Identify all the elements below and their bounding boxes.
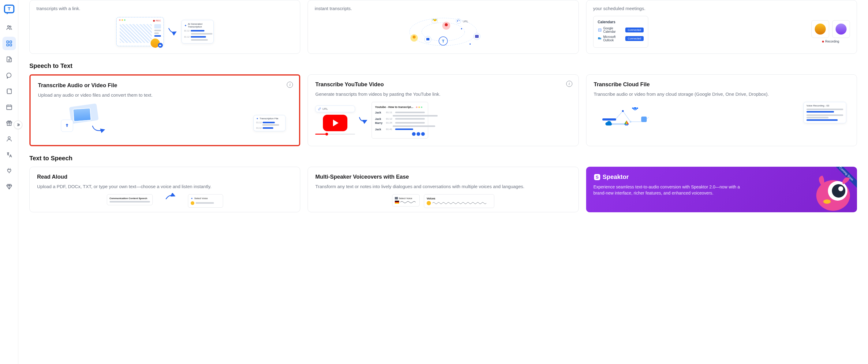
svg-text:S: S [596, 174, 599, 179]
youtube-play-icon [323, 115, 347, 131]
nav-chat-icon[interactable] [2, 68, 16, 82]
svg-point-59 [838, 186, 843, 191]
card-transcribe-file[interactable]: i Transcribe Audio or Video File Upload … [29, 74, 300, 146]
svg-rect-29 [426, 38, 429, 40]
card-illustration: Select Voice Voices [315, 194, 571, 206]
svg-rect-4 [6, 41, 8, 43]
card-title: Transcribe Cloud File [594, 81, 849, 88]
svg-point-31 [445, 23, 448, 26]
card-title: Read Aloud [37, 174, 292, 180]
svg-rect-50 [395, 197, 398, 199]
nav-calendar-icon[interactable] [2, 100, 16, 114]
svg-rect-51 [395, 201, 399, 202]
top-card-3[interactable]: your scheduled meetings. Calendars 31 Go… [586, 0, 857, 54]
svg-rect-46 [602, 119, 616, 121]
svg-rect-35 [475, 35, 479, 38]
svg-text:T: T [442, 39, 444, 43]
sidebar-expand-button[interactable] [14, 121, 22, 129]
svg-point-60 [823, 199, 831, 204]
card-multi-speaker[interactable]: Multi-Speaker Voiceovers with Ease Trans… [308, 167, 579, 212]
nav-document-icon[interactable] [2, 53, 16, 66]
card-read-aloud[interactable]: Read Aloud Upload a PDF, DOCx, TXT, or t… [29, 167, 300, 212]
svg-point-37 [469, 43, 471, 45]
section-speech-to-text: Speech to Text [29, 62, 857, 69]
card-illustration: ✦Transcription File 01:12 01:12 [38, 103, 292, 139]
svg-point-36 [461, 28, 462, 29]
logo[interactable]: T [3, 4, 15, 16]
speaktor-mascot [809, 169, 855, 212]
nav-gift-icon[interactable] [2, 116, 16, 130]
svg-text:31: 31 [599, 29, 601, 31]
svg-text:T: T [8, 6, 11, 11]
svg-point-58 [832, 184, 845, 198]
svg-rect-14 [6, 105, 12, 110]
main-content: transcripts with a link. REC [18, 0, 868, 364]
svg-point-38 [456, 19, 461, 24]
info-icon[interactable]: i [287, 82, 293, 88]
svg-point-2 [7, 26, 9, 28]
top-card-1-desc: transcripts with a link. [36, 6, 293, 11]
top-card-2[interactable]: instant transcripts. T URL [308, 0, 579, 54]
svg-point-21 [8, 137, 10, 139]
svg-rect-53 [395, 202, 399, 203]
card-title: Transcribe YouTube Video [315, 81, 571, 88]
top-card-1-illustration: REC [36, 14, 293, 49]
card-illustration: URL Youtube - How to transcript... [315, 102, 571, 139]
nav-translate-icon[interactable] [2, 148, 16, 162]
card-transcribe-youtube[interactable]: i Transcribe YouTube Video Generate tran… [308, 74, 579, 146]
nav-dashboard-icon[interactable] [2, 37, 16, 50]
svg-point-48 [622, 110, 624, 112]
card-illustration: Voice Recording - 03 [594, 102, 849, 139]
card-title: Multi-Speaker Voiceovers with Ease [315, 174, 571, 180]
card-speaktor[interactable]: Coming Soon S Speaktor Experience seamle… [586, 167, 857, 212]
svg-point-3 [9, 26, 11, 28]
card-transcribe-cloud[interactable]: Transcribe Cloud File Transcribe audio o… [586, 74, 857, 146]
card-desc: Upload a PDF, DOCx, TXT, or type your ow… [37, 183, 292, 190]
svg-point-27 [412, 35, 416, 38]
card-desc: Experience seamless text-to-audio conver… [593, 184, 747, 196]
card-desc: Transform any text or notes into lively … [315, 183, 571, 190]
nav-notes-icon[interactable] [2, 85, 16, 98]
top-card-2-desc: instant transcripts. [315, 6, 571, 11]
nav-plug-icon[interactable] [2, 164, 16, 177]
top-card-3-illustration: Calendars 31 Google Calendar Connected O [593, 14, 850, 49]
top-card-2-illustration: T URL [315, 14, 571, 49]
svg-rect-52 [395, 202, 399, 202]
card-desc: Generate transcripts from videos by past… [315, 91, 571, 98]
card-title: Transcribe Audio or Video File [38, 82, 292, 89]
nav-diamond-icon[interactable] [2, 180, 16, 193]
card-desc: Upload any audio or video files and conv… [38, 92, 292, 99]
nav-people-icon[interactable] [2, 21, 16, 34]
top-card-1[interactable]: transcripts with a link. REC [29, 0, 300, 54]
card-desc: Transcribe audio or video from any cloud… [594, 91, 849, 98]
svg-point-39 [457, 21, 458, 22]
section-text-to-speech: Text to Speech [29, 155, 857, 162]
card-illustration: Communication Content Speech ✦Select Voi… [37, 194, 292, 206]
top-card-3-desc: your scheduled meetings. [593, 6, 850, 11]
svg-rect-7 [9, 44, 11, 46]
nav-profile-icon[interactable] [2, 132, 16, 145]
svg-rect-5 [9, 41, 11, 43]
svg-rect-6 [6, 44, 8, 46]
svg-rect-33 [434, 19, 436, 21]
info-icon[interactable]: i [566, 81, 572, 87]
svg-text:URL: URL [463, 20, 468, 23]
sidebar: T [0, 0, 18, 364]
